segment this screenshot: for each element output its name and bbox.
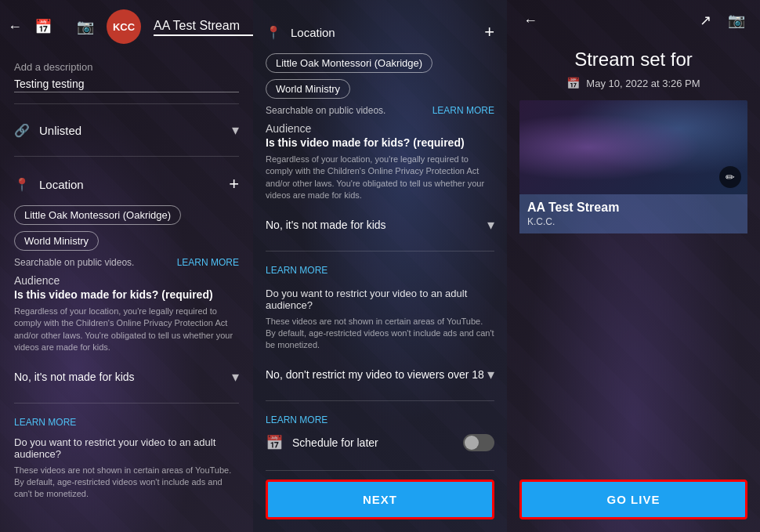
left-content: Add a description 🔗 Unlisted ▾ 📍 Locatio… [0, 53, 253, 532]
share-icon[interactable]: ↗ [694, 9, 716, 31]
description-label: Add a description [14, 61, 239, 73]
kids-option-label: No, it's not made for kids [14, 371, 135, 383]
mid-learn-more-1[interactable]: LEARN MORE [432, 105, 494, 116]
middle-content: 📍 Location + Little Oak Montessori (Oakr… [253, 16, 507, 472]
mid-location-header: 📍 Location + [266, 16, 494, 49]
stream-date-row: 📅 May 10, 2022 at 3:26 PM [507, 77, 760, 89]
location-header: 📍 Location + [14, 168, 239, 201]
mid-searchable-row: Searchable on public videos. LEARN MORE [266, 105, 494, 116]
mid-adult-desc: These videos are not shown in certain ar… [266, 316, 494, 352]
divider-2 [14, 156, 239, 157]
avatar: KCC [107, 9, 141, 44]
adult-option-label: No, don't restrict my video to viewers o… [266, 368, 484, 381]
searchable-text: Searchable on public videos. [14, 257, 134, 268]
mid-location-label: Location [291, 26, 484, 39]
right-top-bar: ← ↗ 📷 [507, 0, 760, 41]
chevron-adult-icon: ▾ [487, 366, 494, 383]
back-button[interactable]: ← [8, 16, 22, 38]
mid-add-location-button[interactable]: + [484, 22, 494, 42]
tag-ministry[interactable]: World Ministry [14, 231, 99, 251]
mid-kids-option: No, it's not made for kids [266, 219, 386, 231]
mid-tag-ministry[interactable]: World Ministry [266, 79, 350, 99]
stream-set-text: Stream set for [519, 49, 747, 71]
adult-desc: These videos are not shown in certain ar… [14, 465, 239, 501]
searchable-row: Searchable on public videos. LEARN MORE [14, 257, 239, 268]
divider-1 [14, 103, 239, 104]
location-icon: 📍 [14, 177, 30, 192]
mid-learn-more-2[interactable]: LEARN MORE [266, 265, 328, 276]
audience-title: Audience [14, 274, 239, 287]
left-top-bar: ← 📅 📷 KCC [0, 0, 253, 53]
audience-subtitle: Is this video made for kids? (required) [14, 288, 239, 301]
adult-dropdown[interactable]: No, don't restrict my video to viewers o… [266, 360, 494, 389]
audience-section: Audience Is this video made for kids? (r… [14, 274, 239, 501]
mid-audience-desc: Regardless of your location, you're lega… [266, 154, 494, 202]
location-tags: Little Oak Montessori (Oakridge) World M… [14, 205, 239, 251]
mid-divider-1 [266, 251, 494, 252]
add-location-button[interactable]: + [229, 174, 239, 194]
middle-top-bar [253, 0, 507, 16]
chevron-kids-icon: ▾ [232, 368, 239, 385]
learn-more-link-2[interactable]: LEARN MORE [14, 417, 76, 428]
pencil-icon: ✏ [726, 171, 735, 183]
stream-date-text: May 10, 2022 at 3:26 PM [586, 78, 700, 89]
mid-kids-dropdown[interactable]: No, it's not made for kids ▾ [266, 210, 494, 240]
next-button[interactable]: NEXT [266, 480, 494, 519]
right-panel: ← ↗ 📷 Stream set for 📅 May 10, 2022 at 3… [507, 0, 760, 532]
mid-location-icon: 📍 [266, 25, 281, 40]
middle-panel: 📍 Location + Little Oak Montessori (Oakr… [253, 0, 507, 532]
tag-oak[interactable]: Little Oak Montessori (Oakridge) [14, 205, 181, 225]
schedule-toggle[interactable] [463, 434, 494, 451]
schedule-row: 📅 Schedule for later [266, 426, 494, 459]
mid-tag-oak[interactable]: Little Oak Montessori (Oakridge) [266, 53, 432, 73]
mid-audience-subtitle: Is this video made for kids? (required) [266, 136, 494, 149]
schedule-cal-icon: 📅 [266, 434, 283, 451]
calendar-icon[interactable]: 📅 [34, 16, 52, 38]
stream-title-input[interactable] [154, 17, 253, 36]
kids-dropdown[interactable]: No, it's not made for kids ▾ [14, 362, 239, 392]
mid-audience-title: Audience [266, 122, 494, 135]
mid-location-tags: Little Oak Montessori (Oakridge) World M… [266, 53, 494, 99]
go-live-button[interactable]: GO LIVE [519, 480, 747, 519]
mid-adult-question: Do you want to restrict your video to an… [266, 288, 494, 311]
right-back-button[interactable]: ← [519, 9, 541, 31]
thumbnail-container: ✏ [519, 100, 747, 194]
thumbnail-bg [519, 100, 747, 194]
left-panel: ← 📅 📷 KCC Add a description 🔗 Unlisted ▾ [0, 0, 253, 532]
stream-info-channel: K.C.C. [527, 216, 740, 227]
stream-info-title: AA Test Stream [527, 201, 740, 215]
link-icon: 🔗 [14, 123, 30, 138]
description-input[interactable] [14, 76, 239, 92]
visibility-label: Unlisted [39, 124, 232, 137]
chevron-mid-kids-icon: ▾ [487, 216, 494, 233]
visibility-dropdown[interactable]: 🔗 Unlisted ▾ [14, 115, 239, 145]
mid-divider-2 [266, 400, 494, 401]
mid-audience-section: Audience Is this video made for kids? (r… [266, 122, 494, 472]
chevron-down-icon: ▾ [232, 121, 239, 139]
audience-desc: Regardless of your location, you're lega… [14, 306, 239, 354]
learn-more-link-1[interactable]: LEARN MORE [177, 257, 239, 268]
adult-question: Do you want to restrict your video to an… [14, 436, 239, 460]
date-cal-icon: 📅 [566, 77, 580, 89]
stream-info-bar: AA Test Stream K.C.C. [519, 194, 747, 233]
mid-adult-section: Do you want to restrict your video to an… [266, 288, 494, 352]
location-label: Location [39, 178, 229, 191]
divider-3 [14, 403, 239, 404]
right-camera-icon[interactable]: 📷 [726, 9, 747, 31]
mid-searchable-text: Searchable on public videos. [266, 105, 385, 116]
thumbnail-edit-button[interactable]: ✏ [719, 166, 741, 188]
camera-icon-left[interactable]: 📷 [77, 16, 94, 38]
mid-divider-3 [266, 470, 494, 471]
mid-learn-more-3[interactable]: LEARN MORE [266, 414, 328, 425]
schedule-label: Schedule for later [292, 436, 454, 449]
